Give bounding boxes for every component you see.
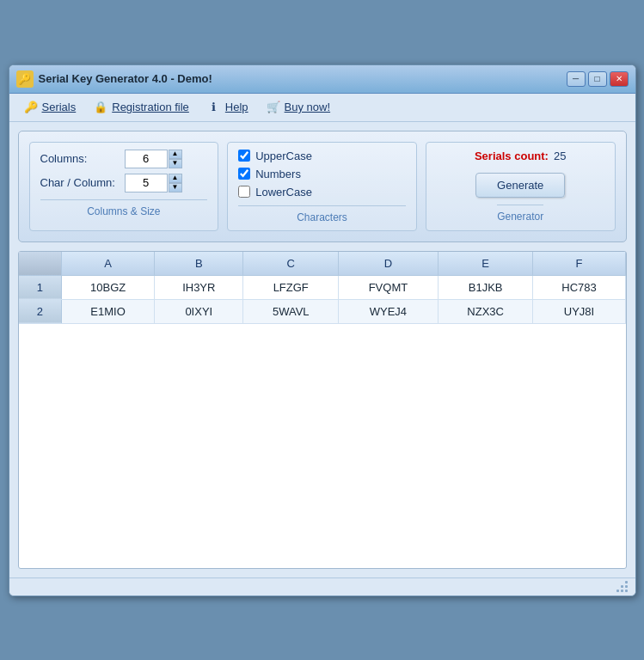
menu-item-serials[interactable]: 🔑 Serials xyxy=(16,97,83,118)
table-cell: 10BGZ xyxy=(62,275,155,299)
generator-section-title: Generator xyxy=(497,205,543,223)
menu-item-registration[interactable]: 🔒 Registration file xyxy=(86,97,196,118)
serials-count-value: 25 xyxy=(554,150,566,162)
lowercase-row: LowerCase xyxy=(238,186,406,199)
table-cell: 0IXYI xyxy=(155,299,243,323)
header-col-f: F xyxy=(533,252,625,276)
uppercase-label: UpperCase xyxy=(255,150,312,162)
lowercase-label: LowerCase xyxy=(255,186,312,199)
char-spinner: ▲ ▼ xyxy=(125,174,182,192)
characters-section-title: Characters xyxy=(238,205,406,223)
numbers-checkbox[interactable] xyxy=(238,168,250,180)
characters-section: UpperCase Numbers LowerCase Characters xyxy=(227,142,417,231)
window-controls: ─ □ ✕ xyxy=(567,71,629,87)
registration-label: Registration file xyxy=(112,101,189,113)
table-row: 110BGZIH3YRLFZGFFVQMTB1JKBHC783 xyxy=(19,275,626,299)
table-cell: FVQMT xyxy=(339,275,439,299)
table-cell: IH3YR xyxy=(155,275,243,299)
columns-size-section: Columns: ▲ ▼ Char / Column: ▲ xyxy=(29,142,219,231)
buy-icon: 🛒 xyxy=(266,100,281,115)
table-cell: NZX3C xyxy=(438,299,533,323)
window-title: Serial Key Generator 4.0 - Demo! xyxy=(39,72,212,85)
header-row-num xyxy=(19,252,62,276)
columns-input[interactable] xyxy=(125,150,168,168)
menu-item-help[interactable]: ℹ Help xyxy=(199,97,255,118)
serials-count-row: Serials count: 25 xyxy=(437,150,604,162)
columns-section-title: Columns & Size xyxy=(40,199,208,217)
columns-spinner: ▲ ▼ xyxy=(125,150,182,168)
buy-label: Buy now! xyxy=(285,101,330,113)
serials-table: A B C D E F 110BGZIH3YRLFZGFFVQMTB1JKBHC… xyxy=(19,252,626,324)
table-cell: E1MIO xyxy=(62,299,155,323)
numbers-label: Numbers xyxy=(255,168,301,180)
uppercase-checkbox[interactable] xyxy=(238,150,250,162)
table-cell: LFZGF xyxy=(243,275,339,299)
char-up-button[interactable]: ▲ xyxy=(169,174,182,183)
controls-panel: Columns: ▲ ▼ Char / Column: ▲ xyxy=(18,131,627,242)
numbers-row: Numbers xyxy=(238,168,406,180)
app-icon: 🔑 xyxy=(16,70,34,88)
generate-button[interactable]: Generate xyxy=(475,173,565,198)
columns-up-button[interactable]: ▲ xyxy=(169,150,182,159)
header-col-b: B xyxy=(155,252,243,276)
title-bar-left: 🔑 Serial Key Generator 4.0 - Demo! xyxy=(16,70,212,88)
columns-label: Columns: xyxy=(40,152,118,165)
main-window: 🔑 Serial Key Generator 4.0 - Demo! ─ □ ✕… xyxy=(9,64,636,596)
lowercase-checkbox[interactable] xyxy=(238,186,250,198)
table-cell: 5WAVL xyxy=(243,299,339,323)
menu-item-buy[interactable]: 🛒 Buy now! xyxy=(259,97,337,118)
table-row: 2E1MIO0IXYI5WAVLWYEJ4NZX3CUYJ8I xyxy=(19,299,626,323)
char-row: Char / Column: ▲ ▼ xyxy=(40,174,208,192)
table-cell: B1JKB xyxy=(438,275,533,299)
serials-icon: 🔑 xyxy=(23,100,39,115)
char-spinner-buttons: ▲ ▼ xyxy=(169,174,182,192)
menu-bar: 🔑 Serials 🔒 Registration file ℹ Help 🛒 B… xyxy=(9,94,635,122)
minimize-button[interactable]: ─ xyxy=(567,71,586,87)
table-cell: UYJ8I xyxy=(533,299,625,323)
columns-down-button[interactable]: ▼ xyxy=(169,159,182,168)
table-cell: HC783 xyxy=(533,275,625,299)
help-icon: ℹ xyxy=(206,100,222,115)
header-col-e: E xyxy=(438,252,533,276)
row-number: 1 xyxy=(19,275,62,299)
help-label: Help xyxy=(225,101,248,113)
serials-label: Serials xyxy=(42,101,77,113)
row-number: 2 xyxy=(19,299,62,323)
registration-icon: 🔒 xyxy=(93,100,108,115)
main-content: Columns: ▲ ▼ Char / Column: ▲ xyxy=(9,122,635,578)
header-col-c: C xyxy=(243,252,339,276)
char-label: Char / Column: xyxy=(40,176,118,189)
columns-spinner-buttons: ▲ ▼ xyxy=(169,150,182,168)
generator-section: Serials count: 25 Generate Generator xyxy=(426,142,616,231)
close-button[interactable]: ✕ xyxy=(610,71,629,87)
serials-count-label: Serials count: xyxy=(475,150,549,162)
char-input[interactable] xyxy=(125,174,168,192)
data-table-container: A B C D E F 110BGZIH3YRLFZGFFVQMTB1JKBHC… xyxy=(18,251,627,569)
table-header-row: A B C D E F xyxy=(19,252,626,276)
maximize-button[interactable]: □ xyxy=(588,71,607,87)
uppercase-row: UpperCase xyxy=(238,150,406,162)
columns-row: Columns: ▲ ▼ xyxy=(40,150,208,168)
table-body: 110BGZIH3YRLFZGFFVQMTB1JKBHC7832E1MIO0IX… xyxy=(19,275,626,323)
char-down-button[interactable]: ▼ xyxy=(169,183,182,192)
title-bar: 🔑 Serial Key Generator 4.0 - Demo! ─ □ ✕ xyxy=(9,65,635,94)
table-cell: WYEJ4 xyxy=(339,299,439,323)
header-col-d: D xyxy=(339,252,439,276)
header-col-a: A xyxy=(62,252,155,276)
resize-grip[interactable] xyxy=(616,581,629,593)
status-bar xyxy=(9,578,635,596)
